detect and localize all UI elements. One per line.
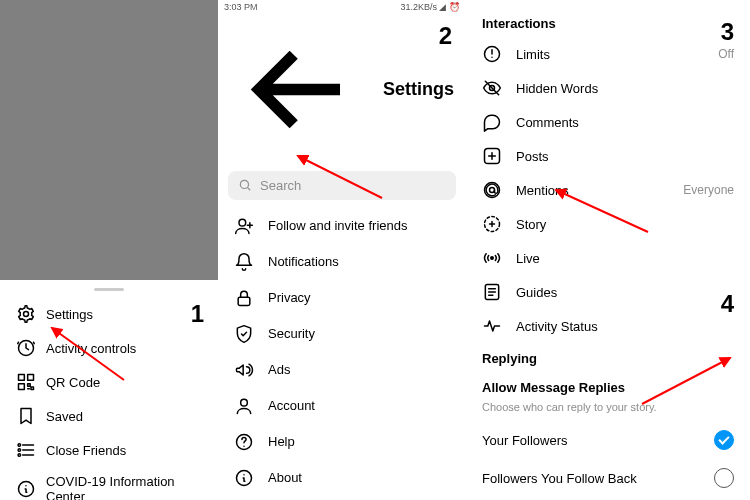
plus-icon: [482, 146, 502, 166]
interactions-item-label: Guides: [516, 285, 557, 300]
settings-item-label: Account: [268, 398, 315, 413]
eye-icon: [482, 78, 502, 98]
settings-item-label: Privacy: [268, 290, 311, 305]
step-3-label: 3: [721, 18, 734, 46]
bookmark-icon: [16, 406, 36, 426]
settings-follow-and-invite-friends[interactable]: Follow and invite friends: [226, 208, 462, 244]
svg-point-5: [18, 444, 21, 447]
menu-settings[interactable]: Settings: [0, 297, 218, 331]
bell-icon: [234, 252, 254, 272]
menu-qr-code[interactable]: QR Code: [0, 365, 218, 399]
replying-heading: Replying: [466, 343, 750, 372]
interactions-posts[interactable]: Posts: [466, 139, 750, 173]
interactions-item-value: Off: [718, 47, 734, 61]
status-time: 3:03 PM: [224, 2, 258, 12]
activity-icon: [482, 316, 502, 336]
info-icon: [16, 479, 36, 499]
interactions-comments[interactable]: Comments: [466, 105, 750, 139]
step-4-label: 4: [721, 290, 734, 318]
menu-item-label: Activity controls: [46, 341, 136, 356]
radio-icon[interactable]: [714, 430, 734, 450]
menu-item-label: Saved: [46, 409, 83, 424]
menu-item-label: COVID-19 Information Center: [46, 474, 202, 500]
svg-rect-3: [28, 375, 34, 381]
svg-point-0: [24, 312, 29, 317]
live-icon: [482, 248, 502, 268]
svg-point-6: [18, 449, 21, 452]
back-icon[interactable]: [230, 20, 369, 159]
menu-item-label: QR Code: [46, 375, 100, 390]
reply-option-your-followers[interactable]: Your Followers: [466, 421, 750, 459]
menu-covid-19-information-center[interactable]: COVID-19 Information Center: [0, 467, 218, 500]
interactions-item-label: Posts: [516, 149, 549, 164]
settings-about[interactable]: About: [226, 460, 462, 496]
menu-activity-controls[interactable]: Activity controls: [0, 331, 218, 365]
interactions-hidden-words[interactable]: Hidden Words: [466, 71, 750, 105]
interactions-heading: Interactions: [466, 8, 750, 37]
info-icon: [234, 468, 254, 488]
settings-privacy[interactable]: Privacy: [226, 280, 462, 316]
interactions-item-label: Comments: [516, 115, 579, 130]
settings-title: Settings: [383, 79, 454, 100]
interactions-item-label: Mentions: [516, 183, 569, 198]
interactions-story[interactable]: Story: [466, 207, 750, 241]
reply-option-label: Followers You Follow Back: [482, 471, 637, 486]
shield-icon: [234, 324, 254, 344]
qr-icon: [16, 372, 36, 392]
panel1-menu-sheet: SettingsActivity controlsQR CodeSavedClo…: [0, 280, 218, 500]
status-bar: 3:03 PM 31.2KB/s ◢ ⏰: [218, 0, 466, 12]
settings-item-label: Security: [268, 326, 315, 341]
interactions-activity-status[interactable]: Activity Status: [466, 309, 750, 343]
signal-icon: ◢ ⏰: [439, 2, 460, 12]
search-input[interactable]: Search: [228, 171, 456, 200]
menu-saved[interactable]: Saved: [0, 399, 218, 433]
interactions-guides[interactable]: Guides: [466, 275, 750, 309]
settings-notifications[interactable]: Notifications: [226, 244, 462, 280]
comment-icon: [482, 112, 502, 132]
settings-help[interactable]: Help: [226, 424, 462, 460]
lock-icon: [234, 288, 254, 308]
radio-icon[interactable]: [714, 468, 734, 488]
gear-icon: [16, 304, 36, 324]
settings-item-label: Ads: [268, 362, 290, 377]
drag-handle[interactable]: [94, 288, 124, 291]
svg-rect-12: [238, 297, 250, 305]
settings-item-label: Help: [268, 434, 295, 449]
svg-rect-4: [19, 384, 25, 390]
step-1-label: 1: [191, 300, 204, 328]
menu-item-label: Settings: [46, 307, 93, 322]
svg-point-29: [491, 257, 494, 260]
reply-option-label: Your Followers: [482, 433, 568, 448]
menu-close-friends[interactable]: Close Friends: [0, 433, 218, 467]
settings-account[interactable]: Account: [226, 388, 462, 424]
guides-icon: [482, 282, 502, 302]
interactions-item-label: Hidden Words: [516, 81, 598, 96]
interactions-limits[interactable]: LimitsOff: [466, 37, 750, 71]
settings-item-label: Notifications: [268, 254, 339, 269]
panel1-background: [0, 0, 218, 280]
interactions-item-label: Limits: [516, 47, 550, 62]
interactions-mentions[interactable]: MentionsEveryone: [466, 173, 750, 207]
interactions-item-value: Everyone: [683, 183, 734, 197]
interactions-item-label: Story: [516, 217, 546, 232]
list-icon: [16, 440, 36, 460]
svg-point-7: [18, 454, 21, 457]
step-2-label: 2: [439, 22, 452, 50]
megaphone-icon: [234, 360, 254, 380]
interactions-item-label: Activity Status: [516, 319, 598, 334]
interactions-live[interactable]: Live: [466, 241, 750, 275]
settings-security[interactable]: Security: [226, 316, 462, 352]
settings-theme[interactable]: Theme: [226, 496, 462, 500]
settings-item-label: Follow and invite friends: [268, 218, 407, 233]
story-plus-icon: [482, 214, 502, 234]
reply-option-followers-you-follow-back[interactable]: Followers You Follow Back: [466, 459, 750, 497]
svg-rect-2: [19, 375, 25, 381]
svg-point-13: [241, 399, 248, 406]
search-icon: [238, 178, 252, 192]
interactions-item-label: Live: [516, 251, 540, 266]
status-net: 31.2KB/s: [400, 2, 437, 12]
mention-icon: [482, 180, 502, 200]
allow-replies-heading: Allow Message Replies: [466, 372, 750, 401]
menu-item-label: Close Friends: [46, 443, 126, 458]
settings-ads[interactable]: Ads: [226, 352, 462, 388]
